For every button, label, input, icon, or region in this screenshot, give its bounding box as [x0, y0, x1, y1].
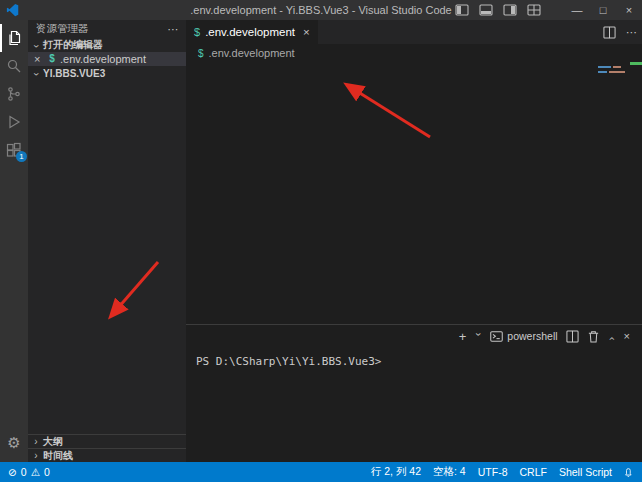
bottom-panel: + › powershell › × PS D:\CSharp\Yi\Yi.BB…	[186, 324, 642, 462]
open-editors-label: 打开的编辑器	[43, 38, 103, 52]
terminal[interactable]: PS D:\CSharp\Yi\Yi.BBS.Vue3>	[186, 347, 642, 462]
open-editor-item[interactable]: × $ .env.development	[28, 52, 186, 66]
toggle-secondary-sidebar-icon[interactable]	[503, 4, 517, 16]
outline-section-header[interactable]: › 大纲	[28, 434, 186, 448]
shell-file-icon: $	[46, 52, 58, 66]
language-mode[interactable]: Shell Script	[559, 466, 612, 478]
split-terminal-icon[interactable]	[566, 330, 579, 343]
encoding-setting[interactable]: UTF-8	[478, 466, 508, 478]
terminal-actions: + › powershell › ×	[455, 329, 634, 344]
breadcrumb-file-name: .env.development	[209, 47, 295, 59]
vscode-window: .env.development - Yi.BBS.Vue3 - Visual …	[0, 0, 642, 482]
editor-area: $ .env.development × ⋯ $ .env.developmen…	[186, 20, 642, 462]
activity-bar: 1 ⚙	[0, 20, 28, 462]
views-more-actions-icon[interactable]: ⋯	[168, 23, 179, 35]
settings-gear-icon[interactable]: ⚙	[0, 428, 28, 456]
title-bar: .env.development - Yi.BBS.Vue3 - Visual …	[0, 0, 642, 20]
explorer-sidebar: 资源管理器 ⋯ › 打开的编辑器 × $ .env.development › …	[28, 20, 186, 462]
new-terminal-icon[interactable]: +	[459, 329, 467, 344]
error-count: 0	[21, 466, 27, 478]
split-editor-icon[interactable]	[603, 26, 616, 39]
extensions-icon[interactable]: 1	[0, 136, 28, 164]
customize-layout-icon[interactable]	[527, 4, 541, 16]
powershell-icon	[490, 330, 503, 343]
kill-terminal-icon[interactable]	[587, 330, 600, 343]
chevron-right-icon: ›	[32, 450, 40, 461]
tab-label: .env.development	[205, 26, 295, 38]
eol-setting[interactable]: CRLF	[519, 466, 546, 478]
tab-env-development[interactable]: $ .env.development ×	[186, 20, 318, 44]
shell-label: powershell	[507, 330, 557, 342]
terminal-prompt: PS D:\CSharp\Yi\Yi.BBS.Vue3>	[196, 355, 381, 368]
open-editor-file-name: .env.development	[60, 53, 146, 65]
project-name-label: YI.BBS.VUE3	[43, 68, 105, 79]
toggle-panel-icon[interactable]	[479, 4, 493, 16]
editor-actions: ⋯	[598, 20, 642, 44]
terminal-dropdown-icon[interactable]: ›	[473, 333, 485, 341]
cursor-position[interactable]: 行 2, 列 42	[371, 465, 421, 479]
minimize-button[interactable]: —	[564, 0, 590, 20]
chevron-right-icon: ›	[32, 436, 40, 447]
shell-file-icon: $	[194, 26, 200, 38]
close-panel-icon[interactable]: ×	[624, 330, 630, 342]
shell-selector[interactable]: powershell	[490, 330, 557, 343]
code-editor[interactable]	[186, 62, 642, 324]
status-bar: ⊘ 0 ⚠ 0 行 2, 列 42 空格: 4 UTF-8 CRLF Shell…	[0, 462, 642, 482]
vscode-logo-icon	[6, 3, 20, 17]
extensions-badge: 1	[16, 151, 27, 162]
source-control-icon[interactable]	[0, 80, 28, 108]
layout-controls	[450, 4, 546, 16]
notifications-bell-icon[interactable]	[622, 466, 634, 478]
toggle-sidebar-icon[interactable]	[455, 4, 469, 16]
timeline-label: 时间线	[43, 449, 73, 463]
status-bar-right: 行 2, 列 42 空格: 4 UTF-8 CRLF Shell Script	[359, 465, 634, 479]
search-icon[interactable]	[0, 52, 28, 80]
warnings-icon: ⚠	[31, 466, 40, 478]
tab-close-icon[interactable]: ×	[303, 26, 310, 38]
outline-label: 大纲	[43, 435, 63, 449]
overview-ruler-mark	[630, 62, 642, 65]
editor-tab-bar: $ .env.development × ⋯	[186, 20, 642, 44]
shell-file-icon: $	[198, 48, 204, 59]
chevron-down-icon: ›	[31, 42, 42, 50]
timeline-section-header[interactable]: › 时间线	[28, 448, 186, 462]
window-controls: — □ ×	[450, 0, 642, 20]
chevron-down-icon: ›	[31, 70, 42, 78]
close-editor-icon[interactable]: ×	[34, 53, 46, 65]
errors-icon: ⊘	[8, 466, 17, 478]
close-button[interactable]: ×	[616, 0, 642, 20]
maximize-panel-icon[interactable]: ›	[605, 333, 617, 341]
minimap[interactable]	[598, 66, 632, 76]
indentation-setting[interactable]: 空格: 4	[433, 465, 466, 479]
open-editors-header[interactable]: › 打开的编辑器	[28, 38, 186, 52]
sidebar-header: 资源管理器 ⋯	[28, 20, 186, 38]
maximize-button[interactable]: □	[590, 0, 616, 20]
warning-count: 0	[44, 466, 50, 478]
project-section-header[interactable]: › YI.BBS.VUE3	[28, 66, 186, 80]
run-debug-icon[interactable]	[0, 108, 28, 136]
sidebar-bottom-sections: › 大纲 › 时间线	[28, 434, 186, 462]
main-area: 1 ⚙ 资源管理器 ⋯ › 打开的编辑器 × $ .env.developmen…	[0, 20, 642, 462]
explorer-icon[interactable]	[0, 24, 28, 52]
breadcrumb[interactable]: $ .env.development	[186, 44, 642, 62]
panel-tab-bar: + › powershell › ×	[186, 325, 642, 347]
editor-more-actions-icon[interactable]: ⋯	[626, 26, 637, 39]
sidebar-title-label: 资源管理器	[36, 22, 89, 36]
problems-status[interactable]: ⊘ 0 ⚠ 0	[8, 466, 54, 478]
